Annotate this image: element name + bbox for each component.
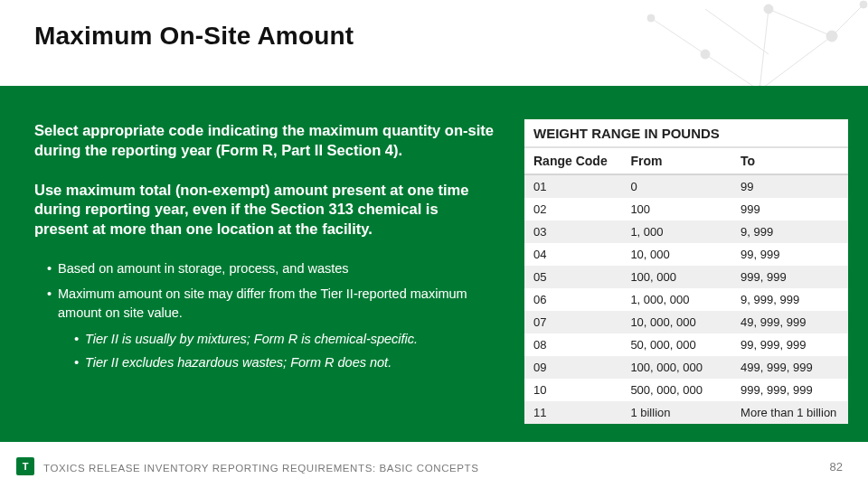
footer-logo-icon: T bbox=[16, 457, 34, 475]
table-cell: 99 bbox=[731, 174, 848, 198]
table-cell: 03 bbox=[524, 221, 621, 243]
slide: Maximum On-Site Amount Select appropriat… bbox=[0, 0, 868, 488]
footer-text-suffix: : BASIC CONCEPTS bbox=[373, 463, 479, 474]
svg-line-0 bbox=[651, 18, 705, 54]
svg-line-5 bbox=[832, 5, 863, 36]
table-row: 01099 bbox=[524, 174, 848, 198]
col-header: To bbox=[731, 148, 848, 174]
svg-line-1 bbox=[705, 9, 769, 54]
table-cell: 1 billion bbox=[621, 401, 731, 424]
paragraph-1: Select appropriate code indicating the m… bbox=[34, 121, 494, 161]
table-cell: More than 1 billion bbox=[731, 401, 848, 424]
table-row: 10500, 000, 000999, 999, 999 bbox=[524, 379, 848, 401]
table-cell: 01 bbox=[524, 174, 621, 198]
table-cell: 49, 999, 999 bbox=[731, 311, 848, 333]
col-header: From bbox=[621, 148, 731, 174]
table-cell: 100 bbox=[621, 198, 731, 221]
footer-text-prefix: TOXICS RELEASE INVENTORY REPORTING REQUI… bbox=[43, 463, 373, 474]
footer-text: TOXICS RELEASE INVENTORY REPORTING REQUI… bbox=[43, 463, 479, 474]
col-header: Range Code bbox=[524, 148, 621, 174]
table-cell: 500, 000, 000 bbox=[621, 379, 731, 401]
table-row: 031, 0009, 999 bbox=[524, 221, 848, 243]
bullet-item: Based on amount in storage, process, and… bbox=[47, 259, 494, 278]
table-cell: 09 bbox=[524, 356, 621, 379]
table-cell: 9, 999, 999 bbox=[731, 288, 848, 311]
table-cell: 04 bbox=[524, 243, 621, 266]
table-cell: 08 bbox=[524, 333, 621, 356]
table-row: 05100, 000999, 999 bbox=[524, 266, 848, 288]
body-text: Select appropriate code indicating the m… bbox=[34, 121, 494, 378]
table-row: 0710, 000, 00049, 999, 999 bbox=[524, 311, 848, 333]
table-cell: 05 bbox=[524, 266, 621, 288]
footer: T TOXICS RELEASE INVENTORY REPORTING REQ… bbox=[0, 442, 868, 488]
table-header-row: Range Code From To bbox=[524, 148, 848, 174]
table-cell: 1, 000, 000 bbox=[621, 288, 731, 311]
bullet-item: Maximum amount on site may differ from t… bbox=[47, 285, 494, 322]
table-cell: 06 bbox=[524, 288, 621, 311]
table-cell: 999, 999, 999 bbox=[731, 379, 848, 401]
table-cell: 11 bbox=[524, 401, 621, 424]
table-cell: 10, 000, 000 bbox=[621, 311, 731, 333]
svg-line-7 bbox=[760, 9, 769, 90]
table-cell: 999, 999 bbox=[731, 266, 848, 288]
table-cell: 999 bbox=[731, 198, 848, 221]
svg-line-3 bbox=[769, 9, 832, 36]
weight-range-table: WEIGHT RANGE IN POUNDS Range Code From T… bbox=[524, 119, 848, 424]
table-cell: 99, 999, 999 bbox=[731, 333, 848, 356]
sub-bullet-item: Tier II is usually by mixtures; Form R i… bbox=[74, 330, 494, 349]
svg-line-2 bbox=[705, 54, 760, 90]
sub-bullet-item: Tier II excludes hazardous wastes; Form … bbox=[74, 353, 494, 372]
page-number: 82 bbox=[830, 460, 843, 474]
table-cell: 100, 000, 000 bbox=[621, 356, 731, 379]
sub-bullet-list: Tier II is usually by mixtures; Form R i… bbox=[61, 330, 494, 372]
bullet-list: Based on amount in storage, process, and… bbox=[34, 259, 494, 323]
table-row: 061, 000, 0009, 999, 999 bbox=[524, 288, 848, 311]
svg-point-10 bbox=[764, 5, 773, 14]
table-row: 02100999 bbox=[524, 198, 848, 221]
svg-point-13 bbox=[860, 1, 867, 8]
table-caption: WEIGHT RANGE IN POUNDS bbox=[524, 119, 848, 148]
table-row: 0850, 000, 00099, 999, 999 bbox=[524, 333, 848, 356]
paragraph-2: Use maximum total (non-exempt) amount pr… bbox=[34, 181, 494, 239]
svg-point-9 bbox=[701, 50, 710, 59]
table-cell: 499, 999, 999 bbox=[731, 356, 848, 379]
svg-line-4 bbox=[760, 36, 832, 90]
table-cell: 07 bbox=[524, 311, 621, 333]
svg-point-8 bbox=[647, 14, 655, 22]
page-title: Maximum On-Site Amount bbox=[34, 22, 354, 51]
table-cell: 02 bbox=[524, 198, 621, 221]
svg-point-12 bbox=[826, 31, 837, 42]
table-row: 111 billionMore than 1 billion bbox=[524, 401, 848, 424]
table-row: 09100, 000, 000499, 999, 999 bbox=[524, 356, 848, 379]
table: Range Code From To 0109902100999031, 000… bbox=[524, 148, 848, 424]
table-cell: 10 bbox=[524, 379, 621, 401]
table-cell: 0 bbox=[621, 174, 731, 198]
table-row: 0410, 00099, 999 bbox=[524, 243, 848, 266]
table-cell: 1, 000 bbox=[621, 221, 731, 243]
table-cell: 10, 000 bbox=[621, 243, 731, 266]
table-cell: 100, 000 bbox=[621, 266, 731, 288]
table-cell: 50, 000, 000 bbox=[621, 333, 731, 356]
table-cell: 99, 999 bbox=[731, 243, 848, 266]
table-cell: 9, 999 bbox=[731, 221, 848, 243]
